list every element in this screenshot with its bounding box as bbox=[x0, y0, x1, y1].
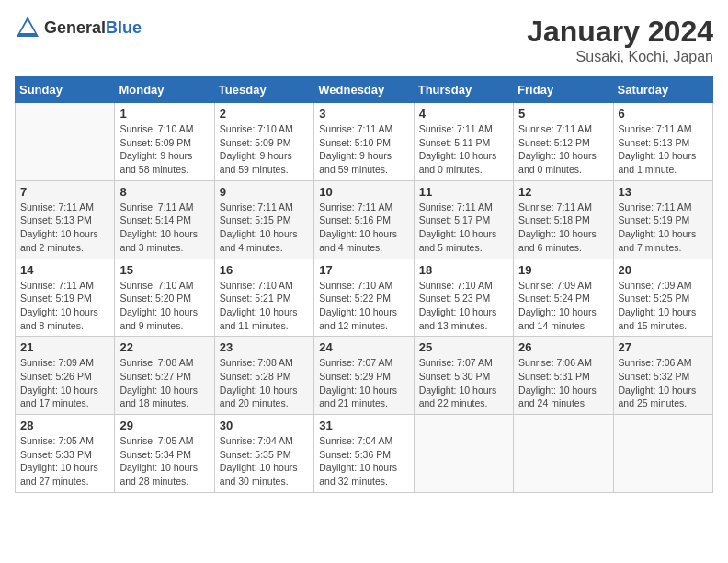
day-detail: Sunrise: 7:08 AMSunset: 5:27 PMDaylight:… bbox=[119, 356, 209, 410]
calendar-cell: 31Sunrise: 7:04 AMSunset: 5:36 PMDayligh… bbox=[314, 415, 414, 493]
day-detail: Sunrise: 7:09 AMSunset: 5:26 PMDaylight:… bbox=[20, 356, 109, 410]
day-detail: Sunrise: 7:09 AMSunset: 5:24 PMDaylight:… bbox=[518, 279, 608, 333]
page-header: GeneralBlue January 2024 Susaki, Kochi, … bbox=[15, 15, 713, 65]
day-number: 10 bbox=[319, 185, 408, 199]
day-number: 14 bbox=[20, 263, 109, 277]
calendar-cell: 29Sunrise: 7:05 AMSunset: 5:34 PMDayligh… bbox=[115, 415, 214, 493]
day-number: 23 bbox=[220, 340, 309, 354]
day-number: 19 bbox=[518, 263, 608, 277]
calendar-cell: 18Sunrise: 7:10 AMSunset: 5:23 PMDayligh… bbox=[414, 259, 513, 337]
day-number: 6 bbox=[619, 107, 708, 121]
logo-general-text: General bbox=[44, 18, 106, 37]
week-row-5: 28Sunrise: 7:05 AMSunset: 5:33 PMDayligh… bbox=[16, 415, 713, 493]
calendar-cell: 2Sunrise: 7:10 AMSunset: 5:09 PMDaylight… bbox=[214, 103, 313, 181]
day-detail: Sunrise: 7:04 AMSunset: 5:35 PMDaylight:… bbox=[220, 434, 309, 488]
calendar-cell: 12Sunrise: 7:11 AMSunset: 5:18 PMDayligh… bbox=[514, 180, 613, 259]
day-number: 28 bbox=[20, 419, 109, 432]
day-number: 15 bbox=[119, 263, 209, 277]
calendar-cell: 15Sunrise: 7:10 AMSunset: 5:20 PMDayligh… bbox=[115, 259, 214, 337]
day-detail: Sunrise: 7:10 AMSunset: 5:21 PMDaylight:… bbox=[220, 279, 309, 333]
day-number: 24 bbox=[319, 340, 408, 354]
week-row-3: 14Sunrise: 7:11 AMSunset: 5:19 PMDayligh… bbox=[16, 259, 713, 337]
day-number: 26 bbox=[518, 340, 608, 354]
day-number: 7 bbox=[20, 185, 109, 199]
page-subtitle: Susaki, Kochi, Japan bbox=[527, 49, 713, 65]
day-detail: Sunrise: 7:09 AMSunset: 5:25 PMDaylight:… bbox=[619, 279, 708, 333]
logo-icon bbox=[15, 15, 40, 40]
day-detail: Sunrise: 7:05 AMSunset: 5:33 PMDaylight:… bbox=[20, 434, 109, 488]
day-detail: Sunrise: 7:07 AMSunset: 5:30 PMDaylight:… bbox=[419, 356, 508, 410]
calendar-cell: 27Sunrise: 7:06 AMSunset: 5:32 PMDayligh… bbox=[613, 337, 712, 415]
day-number: 29 bbox=[119, 419, 209, 432]
day-detail: Sunrise: 7:08 AMSunset: 5:28 PMDaylight:… bbox=[220, 356, 309, 410]
day-number: 3 bbox=[319, 107, 408, 121]
calendar-cell bbox=[414, 415, 513, 493]
day-number: 21 bbox=[20, 340, 109, 354]
day-detail: Sunrise: 7:11 AMSunset: 5:16 PMDaylight:… bbox=[319, 201, 408, 255]
day-detail: Sunrise: 7:11 AMSunset: 5:13 PMDaylight:… bbox=[619, 122, 708, 177]
calendar-cell: 28Sunrise: 7:05 AMSunset: 5:33 PMDayligh… bbox=[16, 415, 115, 493]
day-detail: Sunrise: 7:10 AMSunset: 5:20 PMDaylight:… bbox=[119, 279, 209, 333]
day-number: 13 bbox=[619, 185, 708, 199]
col-header-tuesday: Tuesday bbox=[214, 77, 313, 103]
week-row-2: 7Sunrise: 7:11 AMSunset: 5:13 PMDaylight… bbox=[16, 180, 713, 259]
day-number: 27 bbox=[619, 340, 708, 354]
day-number: 2 bbox=[220, 107, 309, 121]
day-number: 16 bbox=[220, 263, 309, 277]
calendar-cell: 23Sunrise: 7:08 AMSunset: 5:28 PMDayligh… bbox=[214, 337, 313, 415]
header-row: SundayMondayTuesdayWednesdayThursdayFrid… bbox=[16, 77, 713, 103]
calendar-cell: 7Sunrise: 7:11 AMSunset: 5:13 PMDaylight… bbox=[16, 180, 115, 259]
calendar-cell: 13Sunrise: 7:11 AMSunset: 5:19 PMDayligh… bbox=[613, 180, 712, 259]
calendar-cell: 30Sunrise: 7:04 AMSunset: 5:35 PMDayligh… bbox=[214, 415, 313, 493]
week-row-1: 1Sunrise: 7:10 AMSunset: 5:09 PMDaylight… bbox=[16, 103, 713, 181]
calendar-cell: 14Sunrise: 7:11 AMSunset: 5:19 PMDayligh… bbox=[16, 259, 115, 337]
calendar-cell: 19Sunrise: 7:09 AMSunset: 5:24 PMDayligh… bbox=[514, 259, 613, 337]
day-detail: Sunrise: 7:11 AMSunset: 5:11 PMDaylight:… bbox=[419, 122, 508, 177]
col-header-friday: Friday bbox=[514, 77, 613, 103]
day-number: 18 bbox=[419, 263, 508, 277]
calendar-cell: 4Sunrise: 7:11 AMSunset: 5:11 PMDaylight… bbox=[414, 103, 513, 181]
calendar-cell: 8Sunrise: 7:11 AMSunset: 5:14 PMDaylight… bbox=[115, 180, 214, 259]
calendar-cell bbox=[613, 415, 712, 493]
calendar-cell: 26Sunrise: 7:06 AMSunset: 5:31 PMDayligh… bbox=[514, 337, 613, 415]
calendar-cell bbox=[16, 103, 115, 181]
calendar-cell: 3Sunrise: 7:11 AMSunset: 5:10 PMDaylight… bbox=[314, 103, 414, 181]
calendar-cell: 16Sunrise: 7:10 AMSunset: 5:21 PMDayligh… bbox=[214, 259, 313, 337]
day-detail: Sunrise: 7:10 AMSunset: 5:09 PMDaylight:… bbox=[220, 122, 309, 177]
calendar-table: SundayMondayTuesdayWednesdayThursdayFrid… bbox=[15, 76, 713, 493]
calendar-cell: 17Sunrise: 7:10 AMSunset: 5:22 PMDayligh… bbox=[314, 259, 414, 337]
day-number: 17 bbox=[319, 263, 408, 277]
day-detail: Sunrise: 7:06 AMSunset: 5:31 PMDaylight:… bbox=[518, 356, 608, 410]
day-detail: Sunrise: 7:07 AMSunset: 5:29 PMDaylight:… bbox=[319, 356, 408, 410]
calendar-cell: 22Sunrise: 7:08 AMSunset: 5:27 PMDayligh… bbox=[115, 337, 214, 415]
day-detail: Sunrise: 7:11 AMSunset: 5:10 PMDaylight:… bbox=[319, 122, 408, 177]
day-number: 1 bbox=[119, 107, 209, 121]
day-number: 25 bbox=[419, 340, 508, 354]
calendar-cell: 6Sunrise: 7:11 AMSunset: 5:13 PMDaylight… bbox=[613, 103, 712, 181]
calendar-cell: 20Sunrise: 7:09 AMSunset: 5:25 PMDayligh… bbox=[613, 259, 712, 337]
day-number: 30 bbox=[220, 419, 309, 432]
day-detail: Sunrise: 7:10 AMSunset: 5:22 PMDaylight:… bbox=[319, 279, 408, 333]
col-header-sunday: Sunday bbox=[16, 77, 115, 103]
calendar-cell: 9Sunrise: 7:11 AMSunset: 5:15 PMDaylight… bbox=[214, 180, 313, 259]
day-detail: Sunrise: 7:11 AMSunset: 5:12 PMDaylight:… bbox=[518, 122, 608, 177]
calendar-cell: 5Sunrise: 7:11 AMSunset: 5:12 PMDaylight… bbox=[514, 103, 613, 181]
calendar-cell bbox=[514, 415, 613, 493]
day-number: 20 bbox=[619, 263, 708, 277]
title-block: January 2024 Susaki, Kochi, Japan bbox=[527, 15, 713, 65]
logo: GeneralBlue bbox=[15, 15, 142, 40]
day-detail: Sunrise: 7:05 AMSunset: 5:34 PMDaylight:… bbox=[119, 434, 209, 488]
day-detail: Sunrise: 7:11 AMSunset: 5:19 PMDaylight:… bbox=[619, 201, 708, 255]
col-header-saturday: Saturday bbox=[613, 77, 712, 103]
page-title: January 2024 bbox=[527, 15, 713, 49]
day-detail: Sunrise: 7:10 AMSunset: 5:09 PMDaylight:… bbox=[119, 122, 209, 177]
calendar-cell: 1Sunrise: 7:10 AMSunset: 5:09 PMDaylight… bbox=[115, 103, 214, 181]
calendar-cell: 10Sunrise: 7:11 AMSunset: 5:16 PMDayligh… bbox=[314, 180, 414, 259]
week-row-4: 21Sunrise: 7:09 AMSunset: 5:26 PMDayligh… bbox=[16, 337, 713, 415]
day-number: 4 bbox=[419, 107, 508, 121]
calendar-cell: 11Sunrise: 7:11 AMSunset: 5:17 PMDayligh… bbox=[414, 180, 513, 259]
day-detail: Sunrise: 7:11 AMSunset: 5:19 PMDaylight:… bbox=[20, 279, 109, 333]
col-header-thursday: Thursday bbox=[414, 77, 513, 103]
day-number: 5 bbox=[518, 107, 608, 121]
col-header-monday: Monday bbox=[115, 77, 214, 103]
